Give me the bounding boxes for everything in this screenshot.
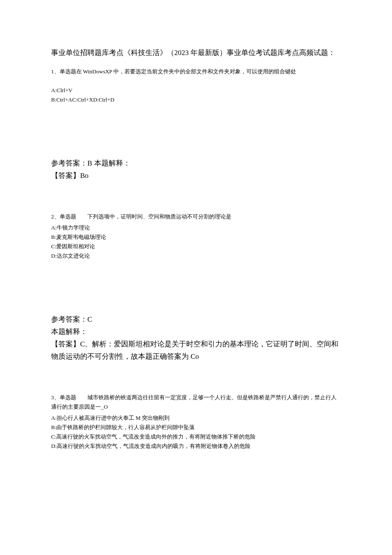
question-2-stem: 2、单选题 下列选项中，证明时间、空间和物质运动不可分割的理论是 xyxy=(51,212,341,221)
question-1-answer: 参考答案：B 本题解释： 【答案】Bo xyxy=(51,157,341,182)
question-2-answer-line1: 参考答案：C xyxy=(51,314,341,326)
document-page: 事业单位招聘题库考点《科技生活》（2023 年最新版）事业单位考试题库考点高频试… xyxy=(0,0,392,479)
question-2-options: A:牛顿力学理论 B:麦克斯韦电磁场理论 C:爱因斯坦相对论 D:达尔文进化论 xyxy=(51,223,341,261)
question-1-answer-line1: 参考答案：B 本题解释： xyxy=(51,157,341,170)
question-3-options: A:担心行人被高速行进中的火奉工 M 突出物刚到 B:由于铁路桥的护栏间隙较大，… xyxy=(51,413,341,451)
question-2-option-d: D:达尔文进化论 xyxy=(51,251,341,261)
question-2-answer-line2: 本题解释： xyxy=(51,326,341,338)
question-1-option-b: B:Ctrl+AC:Ctrl+XD:Ctrl+D xyxy=(51,95,341,105)
document-title: 事业单位招聘题库考点《科技生活》（2023 年最新版）事业单位考试题库考点高频试… xyxy=(51,47,341,59)
question-2-answer: 参考答案：C 本题解释： 【答案】C。解析：爱因斯坦相对论是关于时空和引力的基本… xyxy=(51,314,341,363)
question-2-option-b: B:麦克斯韦电磁场理论 xyxy=(51,232,341,242)
question-3-stem: 3、单选题 城市铁路桥的铁道两边往往留有一定宽度，足够一个人行走。但是铁路桥是严… xyxy=(51,393,341,412)
question-2-option-c: C:爱因斯坦相对论 xyxy=(51,242,341,251)
question-1-stem: 1、单选题在 WinDowsXP 中，若要选定当前文件夹中的全部文件和文件夹对象… xyxy=(51,67,341,76)
question-2-answer-line3: 【答案】C。解析：爱因斯坦相对论是关于时空和引力的基本理论，它证明了时间、空间和… xyxy=(51,338,341,363)
question-3-option-b: B:由于铁路桥的护栏间隙较大，行人容易从护栏间隙中坠落 xyxy=(51,423,341,432)
question-1-option-a: A:Clrl+V xyxy=(51,86,341,95)
question-3-option-d: D:高速行驶的火车扰动空气，气流改变造成向内的吸力，有将附近物体卷入的危险 xyxy=(51,442,341,451)
question-1-options: A:Clrl+V B:Ctrl+AC:Ctrl+XD:Ctrl+D xyxy=(51,86,341,105)
question-3-option-c: C:高速行驶的火车扰动空气，气流改变造成向外的推力，有将附近物体推下桥的危险 xyxy=(51,432,341,442)
question-3-option-a: A:担心行人被高速行进中的火奉工 M 突出物刚到 xyxy=(51,413,341,423)
question-1-answer-line2: 【答案】Bo xyxy=(51,170,341,182)
question-2-option-a: A:牛顿力学理论 xyxy=(51,223,341,232)
